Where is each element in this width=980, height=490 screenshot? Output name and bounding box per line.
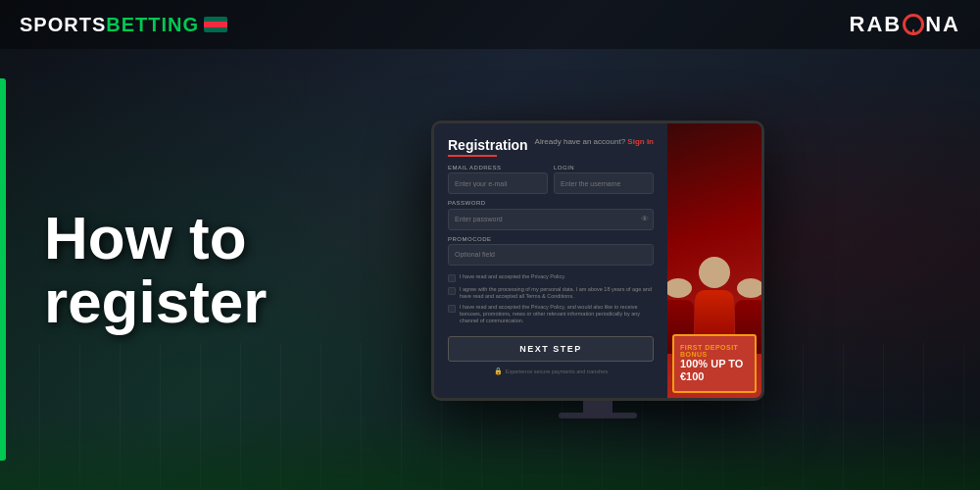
password-input[interactable]	[448, 209, 654, 230]
checkbox1-label: I have read and accepted the Privacy Pol…	[460, 273, 565, 280]
rabona-a2: A	[943, 12, 960, 37]
title-underline	[448, 155, 497, 157]
right-spacer	[823, 49, 980, 490]
checkbox1[interactable]	[448, 274, 456, 282]
password-input-wrapper: 👁	[448, 208, 654, 230]
login-group: LOGIN	[554, 165, 654, 194]
monitor-frame: Registration Already have an account? Si…	[431, 121, 764, 401]
signin-link[interactable]: Sign in	[627, 137, 654, 146]
shield-icon: 🔒	[494, 368, 503, 375]
email-input[interactable]	[448, 172, 548, 194]
players-panel: First Deposit Bonus 100% UP TO €100	[667, 123, 761, 398]
rabona-r: R	[850, 12, 867, 37]
heading-line2: register	[44, 270, 343, 333]
how-to-register-heading: How to register	[29, 206, 343, 333]
rabona-n: N	[925, 12, 943, 37]
bonus-amount: 100% UP TO €100	[680, 358, 749, 383]
rabona-b: B	[884, 12, 902, 37]
checkbox3[interactable]	[448, 305, 456, 313]
eye-icon[interactable]: 👁	[641, 215, 649, 223]
promo-input[interactable]	[448, 244, 654, 266]
left-section: How to register	[0, 49, 372, 490]
green-accent-bar	[0, 78, 6, 461]
promo-label: PROMOCODE	[448, 236, 654, 242]
secure-text: Experience secure payments and transfers	[506, 368, 609, 374]
form-title: Registration	[448, 137, 528, 153]
sports-text: SPORTSBETTING	[20, 14, 199, 36]
monitor-section: Registration Already have an account? Si…	[372, 49, 823, 490]
bonus-title: First Deposit Bonus	[680, 344, 749, 358]
login-label: LOGIN	[554, 165, 654, 171]
email-label: EMAIL ADDRESS	[448, 165, 548, 171]
checkbox2[interactable]	[448, 287, 456, 295]
password-label: PASSWORD	[448, 200, 654, 206]
monitor-screen: Registration Already have an account? Si…	[434, 123, 761, 398]
flag-icon	[204, 17, 227, 32]
password-group: PASSWORD 👁	[448, 200, 654, 230]
email-login-row: EMAIL ADDRESS LOGIN	[448, 165, 654, 194]
checkbox2-group: I agree with the processing of my person…	[448, 286, 654, 300]
monitor-neck	[583, 401, 612, 413]
signin-prompt: Already have an account? Sign in	[535, 137, 654, 146]
heading-line1: How to	[44, 206, 343, 270]
monitor-stand	[559, 413, 637, 418]
promo-group: PROMOCODE	[448, 236, 654, 266]
checkbox3-group: I have read and accepted the Privacy Pol…	[448, 304, 654, 324]
sports-word: SPORTS	[20, 14, 106, 35]
checkbox2-label: I agree with the processing of my person…	[460, 286, 654, 300]
rabona-logo: R A B N A	[850, 12, 960, 37]
next-step-button[interactable]: NEXT STEP	[448, 336, 654, 362]
sportsbetting-logo: SPORTSBETTING	[20, 14, 227, 36]
rabona-a1: A	[866, 12, 884, 37]
already-account-text: Already have an account?	[535, 137, 626, 146]
email-group: EMAIL ADDRESS	[448, 165, 548, 194]
checkbox1-group: I have read and accepted the Privacy Pol…	[448, 273, 654, 282]
login-input[interactable]	[554, 172, 654, 194]
monitor-base	[559, 401, 637, 418]
registration-form: Registration Already have an account? Si…	[434, 123, 667, 398]
rabona-o	[903, 14, 924, 35]
checkbox3-label: I have read and accepted the Privacy Pol…	[460, 304, 654, 324]
bonus-banner: First Deposit Bonus 100% UP TO €100	[672, 334, 757, 393]
betting-word: BETTING	[106, 14, 199, 35]
secure-bar: 🔒 Experience secure payments and transfe…	[448, 368, 654, 375]
header: SPORTSBETTING R A B N A	[0, 0, 980, 49]
main-content: How to register Registration Already hav…	[0, 49, 980, 490]
